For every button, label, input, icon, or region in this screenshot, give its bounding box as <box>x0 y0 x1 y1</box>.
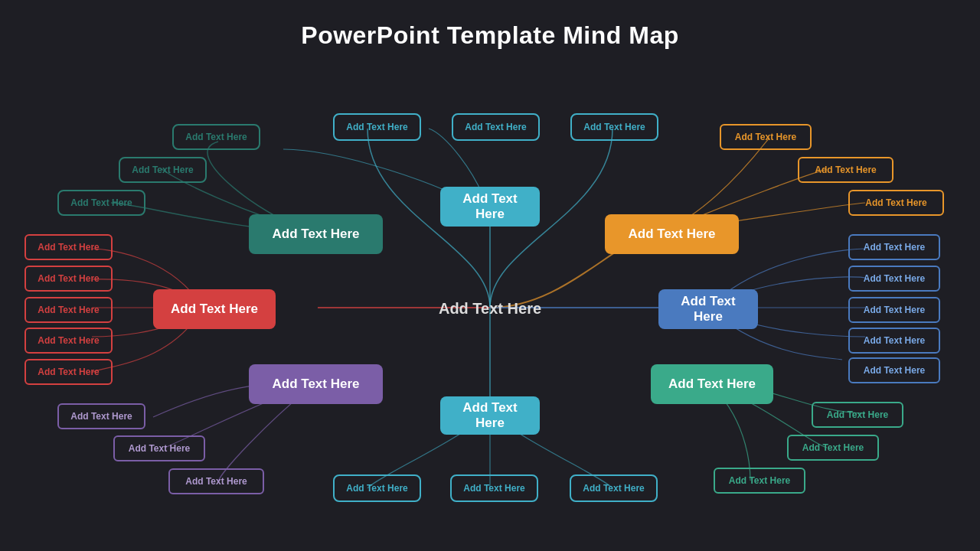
right-blue-sub-4[interactable]: Add Text Here <box>848 328 940 354</box>
bottom-node-1[interactable]: Add Text Here <box>333 474 421 502</box>
right-orange-sub-1[interactable]: Add Text Here <box>720 124 812 150</box>
right-orange-node[interactable]: Add Text Here <box>605 214 739 254</box>
left-sub-5[interactable]: Add Text Here <box>24 359 113 385</box>
left-sub-2[interactable]: Add Text Here <box>24 266 113 292</box>
top-left-sub-3[interactable]: Add Text Here <box>57 190 145 216</box>
top-left-sub-2[interactable]: Add Text Here <box>119 157 207 183</box>
bottom-center-node[interactable]: Add Text Here <box>440 396 540 435</box>
left-sub-4[interactable]: Add Text Here <box>24 328 113 354</box>
left-sub-3[interactable]: Add Text Here <box>24 297 113 323</box>
bottom-left-node[interactable]: Add Text Here <box>249 364 383 404</box>
top-center-node[interactable]: Add Text Here <box>440 187 540 227</box>
bottom-left-sub-1[interactable]: Add Text Here <box>57 403 145 429</box>
right-blue-sub-5[interactable]: Add Text Here <box>848 357 940 383</box>
top-node-3[interactable]: Add Text Here <box>570 113 658 141</box>
right-blue-sub-2[interactable]: Add Text Here <box>848 266 940 292</box>
bottom-right-sub-1[interactable]: Add Text Here <box>812 402 903 428</box>
page-title: PowerPoint Template Mind Map <box>0 0 980 50</box>
right-blue-sub-3[interactable]: Add Text Here <box>848 297 940 323</box>
bottom-right-sub-3[interactable]: Add Text Here <box>714 468 805 494</box>
top-left-branch-node[interactable]: Add Text Here <box>249 214 383 254</box>
bottom-right-sub-2[interactable]: Add Text Here <box>787 435 879 461</box>
bottom-node-3[interactable]: Add Text Here <box>570 474 658 502</box>
bottom-left-sub-3[interactable]: Add Text Here <box>168 468 264 494</box>
center-node[interactable]: Add Text Here <box>429 289 551 328</box>
right-orange-sub-3[interactable]: Add Text Here <box>848 190 944 216</box>
left-sub-1[interactable]: Add Text Here <box>24 234 113 260</box>
bottom-node-2[interactable]: Add Text Here <box>450 474 538 502</box>
top-left-sub-1[interactable]: Add Text Here <box>172 124 260 150</box>
left-red-node[interactable]: Add Text Here <box>153 289 276 329</box>
right-blue-node[interactable]: Add Text Here <box>658 289 758 329</box>
right-blue-sub-1[interactable]: Add Text Here <box>848 234 940 260</box>
top-node-2[interactable]: Add Text Here <box>452 113 540 141</box>
bottom-left-sub-2[interactable]: Add Text Here <box>113 435 205 461</box>
top-node-1[interactable]: Add Text Here <box>333 113 421 141</box>
bottom-right-green-node[interactable]: Add Text Here <box>651 364 773 404</box>
right-orange-sub-2[interactable]: Add Text Here <box>798 157 893 183</box>
